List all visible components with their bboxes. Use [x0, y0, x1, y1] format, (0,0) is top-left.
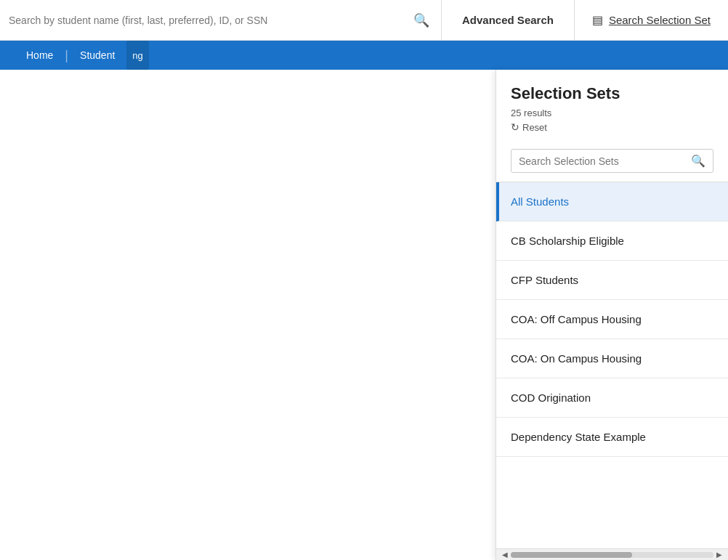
search-selection-icon: 🔍	[691, 154, 705, 168]
reset-button[interactable]: ↻ Reset	[511, 121, 547, 133]
selection-list: All StudentsCB Scholarship EligibleCFP S…	[496, 182, 728, 548]
panel-results-count: 25 results	[511, 107, 713, 118]
h-scrollbar-track	[511, 552, 713, 558]
reset-icon: ↻	[511, 121, 519, 133]
list-item[interactable]: Dependency State Example	[496, 418, 728, 457]
panel-bottom-scrollbar: ◀ ▶	[496, 548, 728, 560]
advanced-search-button[interactable]: Advanced Search	[442, 0, 575, 40]
scroll-left-arrow[interactable]: ◀	[499, 551, 511, 559]
panel-title: Selection Sets	[511, 84, 713, 103]
nav-more: ng	[126, 41, 148, 70]
scroll-right-arrow[interactable]: ▶	[713, 551, 725, 559]
search-selection-input-wrapper[interactable]: 🔍	[511, 149, 713, 173]
list-item[interactable]: COA: Off Campus Housing	[496, 300, 728, 339]
student-search-input[interactable]	[9, 15, 410, 26]
list-item[interactable]: CB Scholarship Eligible	[496, 222, 728, 261]
main-content: Selection Sets 25 results ↻ Reset 🔍 All …	[0, 70, 728, 560]
list-item[interactable]: COA: On Campus Housing	[496, 339, 728, 378]
list-item[interactable]: CFP Students	[496, 261, 728, 300]
nav-item-home[interactable]: Home	[15, 41, 65, 70]
selection-set-icon: ▤	[592, 13, 603, 27]
list-item[interactable]: All Students	[496, 182, 728, 222]
top-bar: 🔍 Advanced Search ▤ Search Selection Set	[0, 0, 728, 41]
list-item[interactable]: COD Origination	[496, 378, 728, 418]
panel-header: Selection Sets 25 results ↻ Reset	[496, 70, 728, 140]
h-scrollbar-thumb	[511, 552, 632, 558]
student-search-wrapper[interactable]: 🔍	[0, 0, 442, 40]
student-search-button[interactable]: 🔍	[410, 9, 432, 31]
search-selection-input[interactable]	[519, 155, 691, 167]
nav-item-student[interactable]: Student	[68, 41, 126, 70]
selection-sets-panel: Selection Sets 25 results ↻ Reset 🔍 All …	[496, 70, 728, 560]
nav-bar: Home | Student ng	[0, 41, 728, 70]
selection-set-button[interactable]: ▤ Search Selection Set	[575, 0, 728, 40]
search-box-wrapper: 🔍	[496, 140, 728, 182]
nav-separator: |	[65, 48, 68, 63]
